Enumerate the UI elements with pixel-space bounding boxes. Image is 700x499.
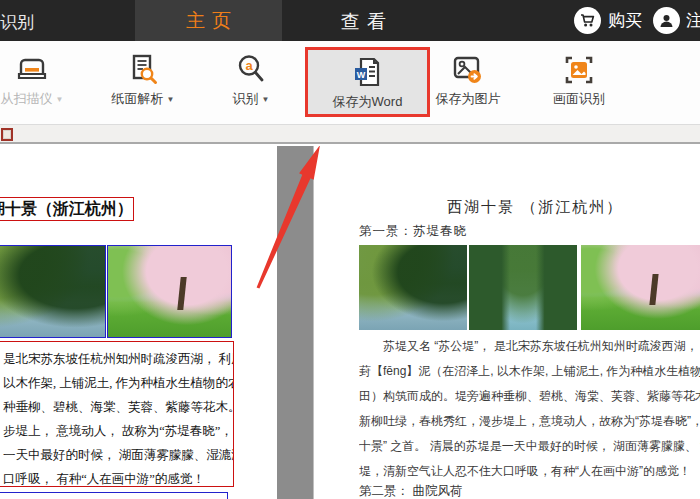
from-scanner-button[interactable]: 从扫描仪▼ (0, 41, 68, 124)
doc-paragraph: 苏堤又名 “苏公堤”， 是北宋苏东坡任杭州知州时疏浚西湖， 利用挖出 葑【fēn… (359, 334, 700, 484)
scan-line: 以木作架, 上铺泥土, 作为种植水生植物的农田, 叫葑 (3, 371, 233, 395)
scan-photo-lake[interactable] (0, 245, 106, 338)
scanner-icon (14, 51, 50, 88)
user-icon (653, 7, 680, 34)
tab-view[interactable]: 查看 (341, 9, 393, 35)
page-tab-strip (0, 124, 700, 144)
doc-photo-canal (469, 245, 577, 330)
doc-photo-lake (359, 245, 467, 330)
buy-label: 购买 (608, 9, 642, 32)
page-thumbnail-icon[interactable] (1, 128, 13, 141)
tab-home[interactable]: 主页 (135, 0, 282, 41)
scan-line: 一天中最好的时候， 湖面薄雾朦朦、湿漉漉露水满 (3, 443, 233, 467)
save-as-word-button[interactable]: W 保存为Word (305, 47, 430, 117)
dropdown-arrow-icon: ▼ (56, 95, 64, 104)
doc-line: 堤，清新空气让人忍不住大口呼吸，有种“人在画中游”的感觉！ (359, 459, 700, 484)
scan-paragraph: 是北宋苏东坡任杭州知州时疏浚西湖， 利用挖出的 以木作架, 上铺泥土, 作为种植… (3, 347, 233, 491)
scan-line: 是北宋苏东坡任杭州知州时疏浚西湖， 利用挖出的 (3, 347, 233, 371)
paper-analyze-icon (125, 51, 161, 88)
ocr-app-window: 识别 主页 查看 购买 注 (0, 0, 700, 499)
screen-recognition-icon (561, 51, 597, 88)
ocr-region-paragraph[interactable]: 是北宋苏东坡任杭州知州时疏浚西湖， 利用挖出的 以木作架, 上铺泥土, 作为种植… (0, 341, 234, 487)
screen-recognize-button[interactable]: 画面识别 (544, 41, 614, 124)
scan-photo-blossom[interactable] (107, 245, 232, 338)
paper-analyze-button[interactable]: 纸面解析▼ (97, 41, 189, 124)
recognize-label: 识别 (233, 91, 259, 106)
recognize-button[interactable]: a 识别▼ (220, 41, 282, 124)
save-as-word-label: 保存为Word (333, 93, 403, 111)
account-button[interactable]: 注 (653, 0, 700, 41)
doc-line: 十景” 之首。 清晨的苏堤是一天中最好的时候， 湖面薄雾朦朦、 湿漉漉露 (359, 434, 700, 459)
recognize-icon: a (233, 51, 269, 88)
svg-text:a: a (245, 58, 253, 73)
document-area: 西湖十景（浙江杭州） 是北宋苏东坡任杭州知州时疏浚西湖， 利用挖出的 以木作架,… (0, 146, 700, 499)
scan-line: 口呼吸， 有种“人在画中游”的感觉！ (3, 467, 233, 491)
svg-text:W: W (356, 69, 365, 79)
title-bar: 识别 主页 查看 购买 注 (0, 0, 700, 41)
account-label-partial: 注 (686, 9, 700, 32)
from-scanner-label: 从扫描仪 (1, 91, 53, 106)
scene1-heading: 第一景：苏堤春晓 (359, 223, 467, 240)
cart-icon (574, 7, 601, 34)
tab-recognize-partial[interactable]: 识别 (0, 11, 34, 34)
doc-line: 葑【fēng】泥（在沼泽上, 以木作架, 上铺泥土, 作为种植水生植物的农田, … (359, 359, 700, 384)
screen-recognize-label: 画面识别 (553, 90, 605, 108)
save-as-image-button[interactable]: 保存为图片 (430, 41, 506, 124)
ocr-region-next[interactable] (0, 492, 228, 499)
scan-line: 种垂柳、碧桃、海棠、芙蓉、紫藤等花木。每到春季, (3, 395, 233, 419)
scan-page[interactable]: 西湖十景（浙江杭州） 是北宋苏东坡任杭州知州时疏浚西湖， 利用挖出的 以木作架,… (0, 146, 277, 499)
dropdown-arrow-icon: ▼ (262, 95, 270, 104)
ocr-region-title[interactable]: 西湖十景（浙江杭州） (0, 197, 134, 221)
scan-line: 步堤上， 意境动人， 故称为“苏堤春晓”， 为“西湖 (3, 419, 233, 443)
word-preview-page[interactable]: 西湖十景 （浙江杭州） 第一景：苏堤春晓 苏堤又名 “苏公堤”， 是北宋苏东坡任… (313, 146, 700, 499)
save-as-image-label: 保存为图片 (436, 90, 501, 108)
doc-title: 西湖十景 （浙江杭州） (447, 198, 623, 217)
word-file-icon: W (349, 54, 387, 91)
doc-line: 新柳吐绿，春桃秀红，漫步堤上，意境动人，故称为“苏堤春晓”，为“西湖 (359, 409, 700, 434)
doc-line: 苏堤又名 “苏公堤”， 是北宋苏东坡任杭州知州时疏浚西湖， 利用挖出 (359, 334, 700, 359)
buy-button[interactable]: 购买 (574, 0, 642, 41)
ribbon-toolbar: 从扫描仪▼ 纸面解析▼ a (0, 41, 700, 124)
dropdown-arrow-icon: ▼ (167, 95, 175, 104)
scene2-heading: 第二景： 曲院风荷 (359, 483, 462, 499)
paper-analyze-label: 纸面解析 (112, 91, 164, 106)
doc-line: 田）构筑而成的。堤旁遍种垂柳、碧桃、海棠、芙蓉、紫藤等花木。每到春季 (359, 384, 700, 409)
scan-title-text: 西湖十景（浙江杭州） (0, 199, 133, 220)
doc-photo-blossom (581, 245, 700, 330)
save-image-icon (449, 51, 487, 88)
